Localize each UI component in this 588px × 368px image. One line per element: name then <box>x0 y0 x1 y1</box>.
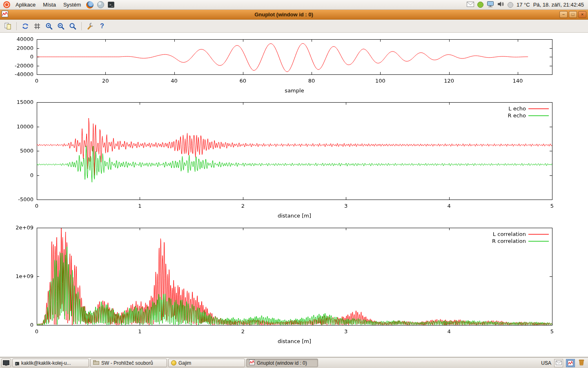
toolbar-separator <box>81 22 82 30</box>
gnuplot-toolbar: ? <box>0 20 588 33</box>
titlebar[interactable]: Gnuplot (window id : 0) − □ × <box>0 10 588 20</box>
minimize-button[interactable]: − <box>559 11 568 18</box>
ubuntu-menu-icon[interactable] <box>2 1 11 9</box>
gnuplot-window-icon <box>2 11 8 19</box>
gajim-icon <box>171 360 176 366</box>
zoom-previous-icon[interactable] <box>44 21 54 31</box>
gnuplot-plot-area <box>0 33 588 357</box>
web-browser-icon[interactable] <box>96 1 105 9</box>
volume-icon[interactable] <box>497 1 504 9</box>
zoom-next-icon[interactable] <box>56 21 66 31</box>
show-desktop-button[interactable] <box>1 359 11 367</box>
maximize-button[interactable]: □ <box>569 11 577 18</box>
taskbar-item-terminal[interactable]: >_ kaklik@kaklik-kolej-u... <box>12 359 89 367</box>
close-button[interactable]: × <box>578 11 586 18</box>
weather-icon[interactable] <box>508 2 513 8</box>
menu-places[interactable]: Místa <box>40 1 59 9</box>
top-panel: Aplikace Místa Systém >_ 17 °C Pá, 18. z… <box>0 0 588 10</box>
menu-system[interactable]: Systém <box>60 1 84 9</box>
mail-icon[interactable] <box>467 2 474 8</box>
mail-tray-icon[interactable] <box>554 359 563 367</box>
config-icon[interactable] <box>85 21 96 31</box>
window-selector-icon[interactable] <box>566 359 575 367</box>
terminal-icon: >_ <box>15 360 19 366</box>
trash-icon[interactable] <box>578 359 585 367</box>
clock-label[interactable]: Pá, 18. září, 21:42:45 <box>533 2 584 8</box>
toolbar-separator <box>16 22 17 30</box>
plot-canvas[interactable] <box>0 33 588 357</box>
temperature-label: 17 °C <box>517 2 530 8</box>
taskbar-item-file-manager[interactable]: SW - Prohlížeč souborů <box>90 359 167 367</box>
file-manager-icon <box>93 360 99 366</box>
keyboard-layout-indicator[interactable]: USA <box>541 360 551 366</box>
display-icon[interactable] <box>487 1 494 9</box>
autoscale-icon[interactable] <box>67 21 78 31</box>
taskbar-item-gnuplot[interactable]: Gnuplot (window id : 0) <box>246 359 318 367</box>
taskbar-item-gajim[interactable]: Gajim <box>168 359 245 367</box>
menu-applications[interactable]: Aplikace <box>12 1 39 9</box>
firefox-icon[interactable] <box>86 1 94 9</box>
help-icon[interactable]: ? <box>97 21 107 31</box>
gnuplot-icon <box>249 359 255 366</box>
copy-icon[interactable] <box>2 21 13 31</box>
updates-icon[interactable] <box>477 2 483 8</box>
window-title: Gnuplot (window id : 0) <box>8 11 559 18</box>
terminal-launcher-icon[interactable]: >_ <box>107 1 115 9</box>
replot-icon[interactable] <box>20 21 31 31</box>
taskbar: >_ kaklik@kaklik-kolej-u... SW - Prohlíž… <box>0 357 588 368</box>
grid-icon[interactable] <box>32 21 42 31</box>
